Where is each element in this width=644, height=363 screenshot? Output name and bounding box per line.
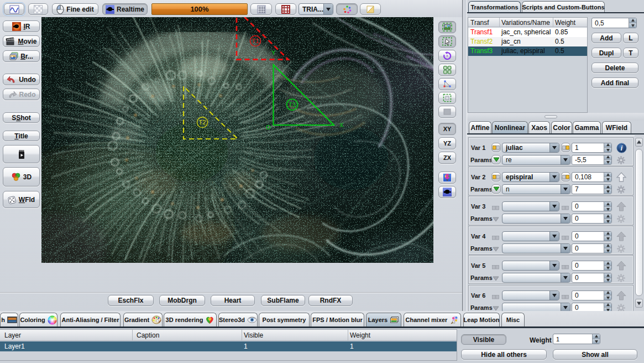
svg-text:T1: T1 xyxy=(252,38,259,44)
svg-text:X: X xyxy=(339,122,344,128)
svg-text:Y: Y xyxy=(271,49,276,56)
svg-text:T2: T2 xyxy=(199,119,206,126)
svg-text:T3: T3 xyxy=(289,101,296,108)
svg-text:O: O xyxy=(266,124,271,131)
